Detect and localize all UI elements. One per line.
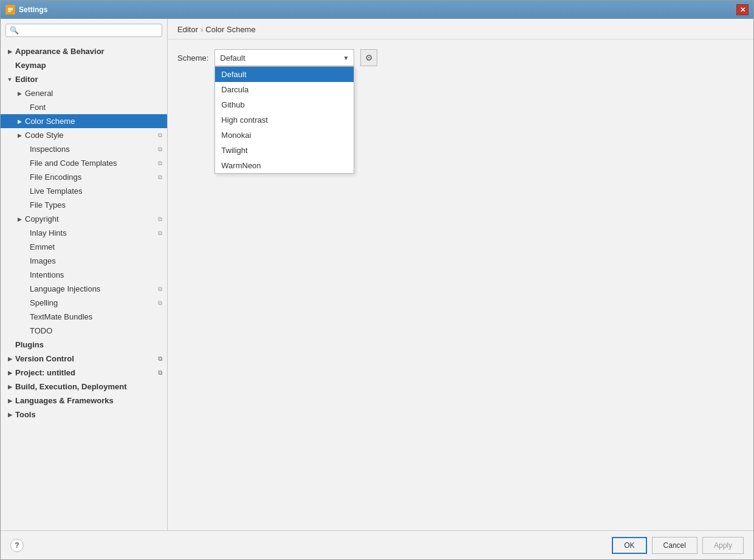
sidebar-item-languages-frameworks[interactable]: ▶ Languages & Frameworks xyxy=(1,394,167,408)
content-body: Scheme: Default ▼ Default Darcul xyxy=(168,39,753,530)
cancel-button[interactable]: Cancel xyxy=(652,537,697,554)
sidebar-item-spelling[interactable]: ▶ Spelling ⧉ xyxy=(1,296,167,310)
search-input[interactable] xyxy=(21,26,158,35)
sidebar-item-label: Editor xyxy=(15,75,38,84)
expand-arrow: ▶ xyxy=(15,131,24,140)
sidebar-item-label: TextMate Bundles xyxy=(30,312,92,321)
svg-rect-3 xyxy=(8,11,11,12)
sidebar-item-label: Keymap xyxy=(15,61,46,70)
window-title: Settings xyxy=(19,5,47,14)
sidebar-item-copyright[interactable]: ▶ Copyright ⧉ xyxy=(1,212,167,226)
svg-rect-2 xyxy=(8,10,13,11)
copy-icon: ⧉ xyxy=(158,355,162,363)
sidebar-item-live-templates[interactable]: ▶ Live Templates xyxy=(1,184,167,198)
sidebar-item-emmet[interactable]: ▶ Emmet xyxy=(1,240,167,254)
footer-right: OK Cancel Apply xyxy=(612,537,744,554)
expand-arrow: ▶ xyxy=(5,355,14,363)
breadcrumb-separator: › xyxy=(200,25,203,34)
breadcrumb-color-scheme: Color Scheme xyxy=(205,25,255,34)
copy-icon: ⧉ xyxy=(158,285,162,293)
copy-icon: ⧉ xyxy=(158,132,162,139)
sidebar-item-textmate-bundles[interactable]: ▶ TextMate Bundles xyxy=(1,310,167,324)
search-icon: 🔍 xyxy=(10,26,19,35)
dropdown-item-default[interactable]: Default xyxy=(215,67,354,82)
sidebar-item-inlay-hints[interactable]: ▶ Inlay Hints ⧉ xyxy=(1,226,167,240)
copy-icon: ⧉ xyxy=(158,216,162,223)
sidebar-item-label: TODO xyxy=(30,326,52,335)
sidebar-item-label: Inspections xyxy=(30,145,70,154)
dropdown-item-high-contrast[interactable]: High contrast xyxy=(215,112,354,128)
expand-arrow-down: ▼ xyxy=(5,75,14,84)
expand-arrow: ▶ xyxy=(15,215,24,224)
scheme-label: Scheme: xyxy=(177,53,208,63)
sidebar-item-label: Plugins xyxy=(15,340,44,349)
sidebar-item-appearance[interactable]: ▶ Appearance & Behavior xyxy=(1,44,167,58)
sidebar-item-label: Spelling xyxy=(30,298,58,307)
copy-icon: ⧉ xyxy=(158,146,162,153)
copy-icon: ⧉ xyxy=(158,230,162,237)
sidebar-item-language-injections[interactable]: ▶ Language Injections ⧉ xyxy=(1,282,167,296)
expand-arrow: ▶ xyxy=(5,47,14,56)
sidebar-item-file-encodings[interactable]: ▶ File Encodings ⧉ xyxy=(1,170,167,184)
dropdown-item-github[interactable]: Github xyxy=(215,97,354,112)
expand-arrow: ▶ xyxy=(5,369,14,377)
settings-window: Settings ✕ 🔍 ▶ Appearance & Behavior ▶ xyxy=(0,0,754,560)
scheme-settings-button[interactable]: ⚙ xyxy=(360,49,377,66)
sidebar-item-label: Version Control xyxy=(15,354,74,363)
scheme-current-value: Default xyxy=(220,53,245,63)
sidebar-item-label: Copyright xyxy=(25,214,59,224)
expand-arrow: ▶ xyxy=(15,89,24,98)
sidebar-item-label: Language Injections xyxy=(30,284,100,293)
footer: ? OK Cancel Apply xyxy=(1,530,753,559)
sidebar-item-inspections[interactable]: ▶ Inspections ⧉ xyxy=(1,142,167,156)
footer-left: ? xyxy=(10,539,24,552)
close-button[interactable]: ✕ xyxy=(736,4,749,15)
dropdown-item-darcula[interactable]: Darcula xyxy=(215,82,354,97)
sidebar-item-label: General xyxy=(25,89,53,98)
sidebar-item-label: Font xyxy=(30,103,46,112)
sidebar-item-label: Intentions xyxy=(30,270,64,279)
sidebar-item-project-untitled[interactable]: ▶ Project: untitled ⧉ xyxy=(1,366,167,380)
sidebar-item-images[interactable]: ▶ Images xyxy=(1,254,167,268)
sidebar-item-file-code-templates[interactable]: ▶ File and Code Templates ⧉ xyxy=(1,156,167,170)
sidebar-item-tools[interactable]: ▶ Tools xyxy=(1,408,167,422)
sidebar-item-label: Live Templates xyxy=(30,186,82,196)
sidebar-item-label: Emmet xyxy=(30,242,55,251)
search-box[interactable]: 🔍 xyxy=(5,24,162,37)
sidebar-item-keymap[interactable]: ▶ Keymap xyxy=(1,58,167,72)
sidebar-item-code-style[interactable]: ▶ Code Style ⧉ xyxy=(1,128,167,142)
dropdown-item-twilight[interactable]: Twilight xyxy=(215,143,354,158)
dropdown-item-monokai[interactable]: Monokai xyxy=(215,128,354,143)
copy-icon: ⧉ xyxy=(158,174,162,181)
scheme-dropdown-menu: Default Darcula Github High contrast xyxy=(214,66,354,174)
help-icon: ? xyxy=(15,541,19,550)
app-icon xyxy=(5,5,15,15)
sidebar-item-version-control[interactable]: ▶ Version Control ⧉ xyxy=(1,352,167,366)
sidebar-item-label: File Types xyxy=(30,200,66,210)
help-button[interactable]: ? xyxy=(10,539,24,552)
sidebar-item-general[interactable]: ▶ General xyxy=(1,86,167,100)
content-area: Editor › Color Scheme Scheme: Default ▼ xyxy=(168,19,753,530)
apply-button[interactable]: Apply xyxy=(702,537,744,554)
sidebar-item-label: Images xyxy=(30,256,56,265)
scheme-dropdown[interactable]: Default ▼ xyxy=(214,49,354,66)
chevron-down-icon: ▼ xyxy=(343,55,349,61)
sidebar-item-plugins[interactable]: ▶ Plugins xyxy=(1,338,167,352)
copy-icon: ⧉ xyxy=(158,369,162,377)
sidebar-item-intentions[interactable]: ▶ Intentions xyxy=(1,268,167,282)
breadcrumb: Editor › Color Scheme xyxy=(168,19,753,39)
sidebar-item-label: File and Code Templates xyxy=(30,159,117,168)
sidebar-item-label: Project: untitled xyxy=(15,368,75,377)
ok-button[interactable]: OK xyxy=(612,537,646,554)
sidebar-item-todo[interactable]: ▶ TODO xyxy=(1,324,167,338)
sidebar-item-font[interactable]: ▶ Font xyxy=(1,100,167,114)
sidebar-item-file-types[interactable]: ▶ File Types xyxy=(1,198,167,212)
sidebar-item-build-execution[interactable]: ▶ Build, Execution, Deployment xyxy=(1,380,167,394)
dropdown-item-warmneon[interactable]: WarmNeon xyxy=(215,158,354,173)
sidebar-item-label: Build, Execution, Deployment xyxy=(15,382,126,391)
gear-icon: ⚙ xyxy=(365,53,373,63)
sidebar-item-color-scheme[interactable]: ▶ Color Scheme xyxy=(1,114,167,128)
sidebar-item-label: Color Scheme xyxy=(25,117,75,126)
sidebar-item-editor[interactable]: ▼ Editor xyxy=(1,72,167,86)
sidebar-item-label: Inlay Hints xyxy=(30,228,67,237)
